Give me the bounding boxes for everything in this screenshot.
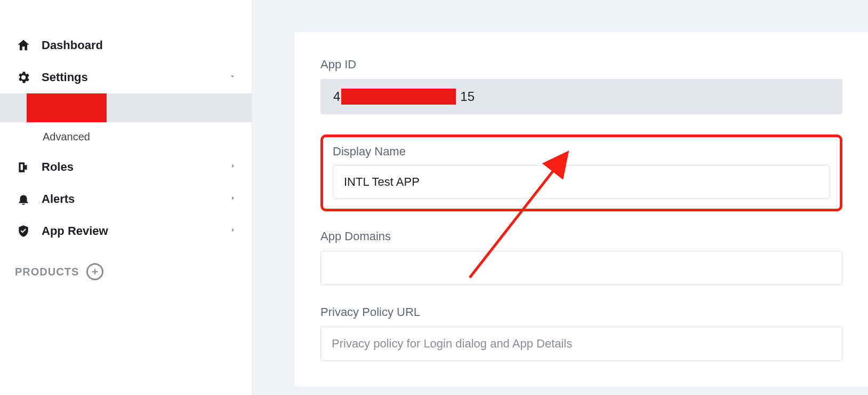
sidebar: Dashboard Settings Advanced Roles Alerts	[0, 0, 252, 395]
field-label: App ID	[320, 58, 842, 72]
chevron-right-icon	[229, 226, 237, 236]
sidebar-item-dashboard[interactable]: Dashboard	[0, 29, 252, 61]
sidebar-subitem-redacted[interactable]	[0, 93, 252, 122]
shield-icon	[15, 223, 32, 240]
field-app-domains: App Domains	[320, 230, 842, 285]
app-id-prefix: 4	[333, 89, 340, 104]
sidebar-item-label: Dashboard	[42, 38, 237, 52]
sidebar-item-settings[interactable]: Settings	[0, 61, 252, 93]
app-id-suffix: 15	[460, 89, 475, 104]
privacy-policy-input[interactable]	[320, 327, 842, 361]
plus-icon	[90, 267, 100, 276]
app-id-value: 4 15	[320, 79, 842, 114]
products-header-label: PRODUCTS	[15, 266, 79, 278]
highlight-annotation: Display Name	[320, 135, 842, 211]
redaction-block	[27, 93, 107, 122]
settings-card: App ID 4 15 Display Name App Domains Pri…	[295, 32, 868, 386]
home-icon	[15, 37, 32, 54]
sidebar-subitem-advanced[interactable]: Advanced	[0, 122, 252, 151]
chevron-right-icon	[229, 194, 237, 204]
sidebar-item-label: Roles	[42, 160, 229, 174]
redaction-block	[341, 89, 456, 105]
sidebar-item-app-review[interactable]: App Review	[0, 215, 252, 247]
gear-icon	[15, 69, 32, 86]
app-domains-input[interactable]	[320, 251, 842, 285]
bell-icon	[15, 191, 32, 208]
chevron-right-icon	[229, 162, 237, 172]
chevron-down-icon	[228, 72, 237, 83]
roles-icon	[15, 159, 32, 176]
sidebar-item-alerts[interactable]: Alerts	[0, 183, 252, 215]
sidebar-subitem-label: Advanced	[43, 131, 90, 143]
sidebar-item-label: App Review	[42, 224, 229, 238]
field-privacy-policy: Privacy Policy URL	[320, 305, 842, 361]
sidebar-item-label: Alerts	[42, 192, 229, 206]
sidebar-item-roles[interactable]: Roles	[0, 151, 252, 183]
field-label: Privacy Policy URL	[320, 305, 842, 319]
sidebar-item-label: Settings	[42, 70, 228, 84]
products-header: PRODUCTS	[0, 247, 252, 286]
field-label: App Domains	[320, 230, 842, 243]
field-app-id: App ID 4 15	[320, 58, 842, 114]
field-label: Display Name	[333, 145, 830, 159]
display-name-input[interactable]	[333, 165, 830, 199]
main-content: App ID 4 15 Display Name App Domains Pri…	[252, 0, 868, 395]
add-product-button[interactable]	[86, 263, 103, 280]
